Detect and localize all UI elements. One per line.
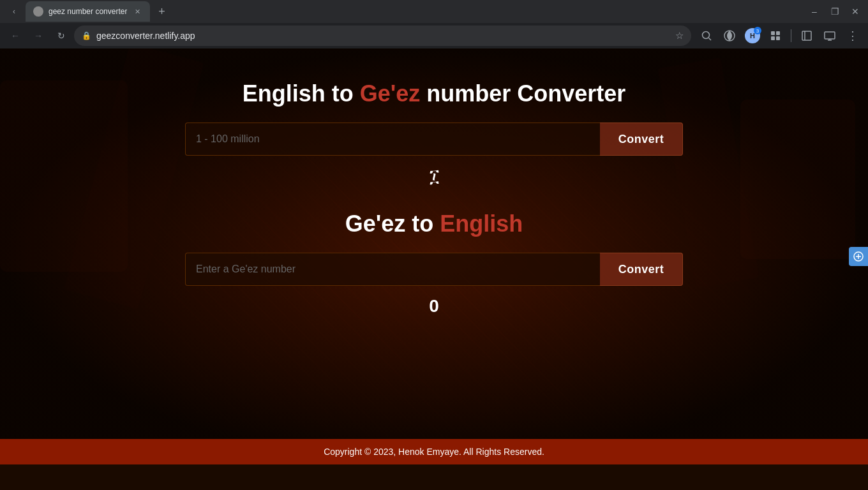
section2-result: 0 <box>185 296 683 322</box>
english-to-geez-section: English to Ge'ez number Converter Conver… <box>185 80 683 191</box>
address-bar-input-wrap[interactable]: 🔒 ☆ <box>74 26 691 46</box>
new-tab-button[interactable]: + <box>153 3 170 20</box>
section2-title-highlight: English <box>440 211 523 237</box>
profile-button[interactable]: H 3 <box>742 26 763 46</box>
toolbar-icons: H 3 ⋮ <box>696 26 863 46</box>
section2-input-row: Convert <box>185 253 683 286</box>
active-tab[interactable]: geez number converter ✕ <box>26 1 150 22</box>
tab-title: geez number converter <box>49 7 127 16</box>
lens-icon-button[interactable] <box>696 26 717 46</box>
english-convert-button[interactable]: Convert <box>600 122 683 156</box>
geez-convert-button[interactable]: Convert <box>600 253 683 286</box>
menu-button[interactable]: ⋮ <box>842 26 863 46</box>
svg-rect-6 <box>771 36 775 40</box>
address-bar: ← → ↻ 🔒 ☆ H 3 <box>0 23 868 48</box>
url-input[interactable] <box>96 31 670 41</box>
page-inner: English to Ge'ez number Converter Conver… <box>0 48 868 341</box>
lock-icon: 🔒 <box>82 31 91 40</box>
tab-close-button[interactable]: ✕ <box>132 6 142 17</box>
section1-input-row: Convert <box>185 122 683 156</box>
theme-icon-button[interactable] <box>719 26 740 46</box>
svg-rect-10 <box>825 32 835 39</box>
sidebar-button[interactable] <box>797 26 817 46</box>
tab-bar: ‹ geez number converter ✕ + – ❐ ✕ <box>0 0 868 23</box>
svg-rect-7 <box>776 36 780 40</box>
section1-title-part2: number Converter <box>420 80 625 107</box>
browser-chrome: ‹ geez number converter ✕ + – ❐ ✕ ← → ↻ … <box>0 0 868 48</box>
svg-rect-4 <box>771 31 775 35</box>
english-number-input[interactable] <box>185 122 600 156</box>
geez-result-text: ፲ <box>429 166 439 186</box>
toolbar-divider <box>791 29 791 42</box>
forward-button[interactable]: → <box>28 26 49 46</box>
minimize-button[interactable]: – <box>807 4 822 19</box>
svg-rect-5 <box>776 31 780 35</box>
section2-title-part1: Ge'ez to <box>345 211 440 237</box>
back-button[interactable]: ← <box>5 26 26 46</box>
svg-line-2 <box>709 38 712 41</box>
section1-title-part1: English to <box>243 80 360 107</box>
window-controls: – ❐ ✕ <box>807 4 863 19</box>
svg-point-0 <box>34 8 42 15</box>
notification-badge: 3 <box>754 27 761 34</box>
floating-icon[interactable] <box>849 247 868 266</box>
maximize-button[interactable]: ❐ <box>827 4 842 19</box>
refresh-button[interactable]: ↻ <box>51 26 71 46</box>
tab-favicon <box>33 6 43 17</box>
english-result-text: 0 <box>429 296 439 316</box>
svg-rect-8 <box>802 31 811 40</box>
svg-point-1 <box>703 32 710 39</box>
page-content: English to Ge'ez number Converter Conver… <box>0 48 868 464</box>
geez-to-english-section: Ge'ez to English Convert 0 <box>185 211 683 322</box>
cast-button[interactable] <box>819 26 840 46</box>
section1-title: English to Ge'ez number Converter <box>185 80 683 107</box>
extensions-button[interactable] <box>765 26 786 46</box>
star-icon[interactable]: ☆ <box>675 30 684 41</box>
section1-title-highlight: Ge'ez <box>360 80 421 107</box>
footer: Copyright © 2023, Henok Emyaye. All Righ… <box>0 439 868 464</box>
section1-result: ፲ <box>185 166 683 191</box>
close-button[interactable]: ✕ <box>848 4 863 19</box>
tab-scroll-back[interactable]: ‹ <box>5 3 23 20</box>
geez-number-input[interactable] <box>185 253 600 286</box>
footer-text: Copyright © 2023, Henok Emyaye. All Righ… <box>324 447 544 457</box>
section2-title: Ge'ez to English <box>185 211 683 237</box>
